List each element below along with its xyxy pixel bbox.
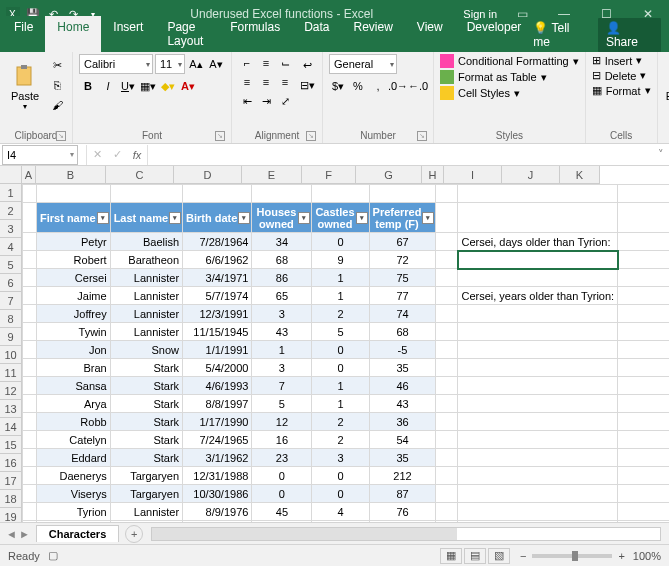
increase-decimal-icon[interactable]: .0→ — [389, 77, 407, 95]
border-icon[interactable]: ▦▾ — [139, 77, 157, 95]
row-header[interactable]: 13 — [0, 400, 22, 418]
row-header[interactable]: 5 — [0, 256, 22, 274]
table-cell[interactable]: 4 — [312, 503, 369, 521]
table-cell[interactable]: 12/3/1991 — [183, 305, 252, 323]
cell[interactable] — [436, 521, 458, 523]
align-top-icon[interactable]: ⌐ — [238, 54, 256, 72]
table-cell[interactable]: 36 — [369, 413, 436, 431]
table-cell[interactable]: 2 — [312, 431, 369, 449]
row-header[interactable]: 16 — [0, 454, 22, 472]
cell[interactable] — [436, 323, 458, 341]
table-cell[interactable]: Arya — [37, 395, 111, 413]
table-cell[interactable]: Tywin — [37, 323, 111, 341]
cell[interactable] — [110, 521, 182, 523]
table-cell[interactable]: 1 — [252, 341, 312, 359]
cell[interactable] — [23, 359, 37, 377]
cell[interactable] — [23, 341, 37, 359]
cell[interactable] — [458, 431, 618, 449]
cell[interactable] — [436, 359, 458, 377]
table-header[interactable]: First name▾ — [37, 203, 111, 233]
row-header[interactable]: 11 — [0, 364, 22, 382]
number-format-combo[interactable]: General — [329, 54, 397, 74]
table-cell[interactable]: 35 — [369, 359, 436, 377]
zoom-level[interactable]: 100% — [633, 550, 661, 562]
cell[interactable] — [618, 377, 669, 395]
tell-me[interactable]: 💡 Tell me — [533, 21, 586, 49]
name-box[interactable]: I4 — [2, 145, 78, 165]
sheet-tab[interactable]: Characters — [36, 525, 119, 542]
table-cell[interactable]: Joffrey — [37, 305, 111, 323]
table-cell[interactable]: Robert — [37, 251, 111, 269]
row-header[interactable]: 10 — [0, 346, 22, 364]
cell[interactable] — [436, 467, 458, 485]
cell[interactable] — [618, 485, 669, 503]
cell[interactable] — [436, 233, 458, 251]
table-cell[interactable]: Petyr — [37, 233, 111, 251]
cell[interactable] — [458, 503, 618, 521]
horizontal-scrollbar[interactable] — [151, 527, 661, 541]
decrease-decimal-icon[interactable]: ←.0 — [409, 77, 427, 95]
table-cell[interactable]: 3 — [252, 359, 312, 377]
cell[interactable] — [183, 521, 252, 523]
cell[interactable] — [618, 449, 669, 467]
table-cell[interactable]: Jon — [37, 341, 111, 359]
table-cell[interactable]: 3 — [312, 449, 369, 467]
cell[interactable] — [458, 521, 618, 523]
zoom-in-button[interactable]: + — [618, 550, 624, 562]
table-cell[interactable]: 1 — [312, 377, 369, 395]
cell[interactable] — [458, 269, 618, 287]
table-cell[interactable]: Stark — [110, 359, 182, 377]
table-cell[interactable]: 5 — [252, 395, 312, 413]
table-cell[interactable]: Lannister — [110, 503, 182, 521]
table-cell[interactable]: 68 — [369, 323, 436, 341]
cell[interactable] — [436, 449, 458, 467]
cell[interactable] — [23, 287, 37, 305]
cell[interactable] — [436, 395, 458, 413]
cell[interactable] — [37, 185, 111, 203]
tab-developer[interactable]: Developer — [455, 16, 534, 52]
align-middle-icon[interactable]: ≡ — [257, 54, 275, 72]
expand-formula-bar-icon[interactable]: ˅ — [653, 148, 669, 161]
align-center-icon[interactable]: ≡ — [257, 73, 275, 91]
wrap-text-icon[interactable]: ↩ — [298, 56, 316, 74]
cell[interactable] — [458, 341, 618, 359]
column-header[interactable]: F — [302, 166, 356, 184]
cell[interactable] — [618, 467, 669, 485]
fill-color-icon[interactable]: ◆▾ — [159, 77, 177, 95]
tab-page-layout[interactable]: Page Layout — [155, 16, 218, 52]
cell[interactable] — [23, 521, 37, 523]
cell[interactable] — [369, 185, 436, 203]
table-cell[interactable]: 2 — [312, 413, 369, 431]
table-cell[interactable]: 7/24/1965 — [183, 431, 252, 449]
cell[interactable] — [618, 233, 669, 251]
table-cell[interactable]: Sansa — [37, 377, 111, 395]
row-header[interactable]: 6 — [0, 274, 22, 292]
cell[interactable] — [458, 395, 618, 413]
row-header[interactable]: 15 — [0, 436, 22, 454]
table-cell[interactable]: Stark — [110, 431, 182, 449]
cut-icon[interactable]: ✂ — [48, 56, 66, 74]
cell[interactable] — [618, 269, 669, 287]
orientation-icon[interactable]: ⤢ — [276, 92, 294, 110]
table-cell[interactable]: 7/28/1964 — [183, 233, 252, 251]
cell[interactable] — [23, 233, 37, 251]
cell[interactable] — [23, 413, 37, 431]
zoom-out-button[interactable]: − — [520, 550, 526, 562]
column-header[interactable]: I — [444, 166, 502, 184]
tab-data[interactable]: Data — [292, 16, 341, 52]
format-cells-button[interactable]: ▦ Format ▾ — [592, 84, 651, 97]
format-painter-icon[interactable]: 🖌 — [48, 96, 66, 114]
copy-icon[interactable]: ⎘ — [48, 76, 66, 94]
cell[interactable] — [23, 431, 37, 449]
table-header[interactable]: Castlesowned▾ — [312, 203, 369, 233]
cell[interactable] — [458, 413, 618, 431]
table-cell[interactable]: 0 — [312, 467, 369, 485]
row-header[interactable]: 1 — [0, 184, 22, 202]
paste-button[interactable]: Paste ▾ — [6, 54, 44, 120]
cell[interactable] — [23, 395, 37, 413]
table-cell[interactable]: 9 — [312, 251, 369, 269]
table-cell[interactable]: Tyrion — [37, 503, 111, 521]
cell[interactable] — [458, 485, 618, 503]
table-cell[interactable]: 35 — [369, 449, 436, 467]
cell[interactable] — [312, 521, 369, 523]
